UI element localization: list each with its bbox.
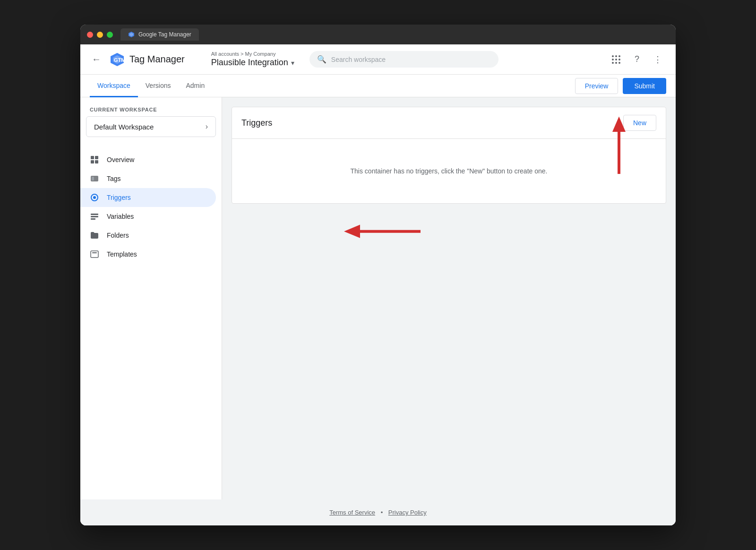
search-input[interactable]: Search workspace [331,56,386,63]
panel-header: Triggers New [232,107,666,139]
current-workspace-label: CURRENT WORKSPACE [80,107,222,112]
sidebar-item-triggers[interactable]: Triggers [80,188,216,207]
chevron-down-icon: ▾ [291,59,294,67]
panel-body: This container has no triggers, click th… [232,139,666,203]
app-content: ← GTM Tag Manager All accounts > My Comp… [80,44,676,525]
terms-link[interactable]: Terms of Service [329,509,375,516]
browser-tab: Google Tag Manager [120,28,199,41]
svg-rect-6 [95,156,98,159]
triggers-label: Triggers [107,194,131,201]
svg-rect-7 [91,160,94,163]
tab-actions: Preview Submit [575,78,666,94]
window-controls [87,32,113,38]
workspace-name: Default Workspace [94,123,154,131]
main-content: Triggers New This container has no trigg… [222,97,676,499]
svg-rect-8 [95,160,98,163]
workspace-chevron-icon: › [206,122,208,131]
tab-admin[interactable]: Admin [178,75,212,97]
tags-label: Tags [107,175,121,182]
search-box[interactable]: 🔍 Search workspace [309,51,498,68]
svg-rect-17 [92,252,97,253]
privacy-link[interactable]: Privacy Policy [388,509,427,516]
sidebar-item-folders[interactable]: Folders [80,226,216,245]
titlebar: Google Tag Manager [80,25,676,44]
app-window: Google Tag Manager ← GTM Tag Manager All… [80,25,676,525]
sidebar-item-variables[interactable]: Variables [80,207,216,226]
tags-icon [90,174,99,183]
container-info: All accounts > My Company Plausible Inte… [211,51,294,68]
body: CURRENT WORKSPACE Default Workspace › [80,97,676,499]
tab-workspace[interactable]: Workspace [90,75,138,97]
nav-tabs: Workspace Versions Admin Preview Submit [80,75,676,97]
svg-rect-13 [91,214,98,215]
workspace-selector[interactable]: Default Workspace › [86,116,216,137]
variables-icon [90,212,99,221]
svg-text:GTM: GTM [114,57,125,63]
more-options-button[interactable]: ⋮ [649,51,666,68]
new-button[interactable]: New [623,115,656,131]
folders-label: Folders [107,232,129,239]
triggers-panel: Triggers New This container has no trigg… [232,107,666,204]
panel-title: Triggers [241,118,272,128]
minimize-button[interactable] [97,32,103,38]
footer: Terms of Service • Privacy Policy [80,499,676,525]
help-button[interactable]: ? [628,51,645,68]
variables-label: Variables [107,213,134,220]
overview-label: Overview [107,156,134,163]
svg-rect-16 [91,251,98,258]
sidebar: CURRENT WORKSPACE Default Workspace › [80,97,222,499]
gtm-logo-icon: GTM [110,52,125,67]
breadcrumb: All accounts > My Company [211,51,294,57]
sidebar-item-overview[interactable]: Overview [80,150,216,169]
svg-rect-14 [91,216,98,217]
overview-icon [90,155,99,164]
gtm-favicon-icon [128,31,135,38]
app-header: ← GTM Tag Manager All accounts > My Comp… [80,44,676,75]
triggers-icon [90,193,99,202]
templates-icon [90,249,99,259]
container-selector[interactable]: Plausible Integration ▾ [211,58,294,68]
search-area[interactable]: 🔍 Search workspace [309,51,498,68]
nav-items: Overview Tags [80,146,222,267]
tab-versions[interactable]: Versions [138,75,179,97]
app-logo: GTM Tag Manager [110,52,200,67]
preview-button[interactable]: Preview [575,78,619,94]
svg-rect-5 [91,156,94,159]
tab-title: Google Tag Manager [138,31,191,38]
search-icon: 🔍 [317,55,326,64]
maximize-button[interactable] [107,32,113,38]
svg-rect-10 [92,177,94,180]
svg-rect-15 [91,218,95,220]
grid-icon [612,55,620,64]
folders-icon [90,231,99,240]
templates-label: Templates [107,250,137,258]
back-button[interactable]: ← [90,52,103,67]
svg-marker-21 [344,224,360,238]
container-name: Plausible Integration [211,58,288,68]
footer-separator: • [381,509,383,516]
grid-apps-button[interactable] [608,51,625,68]
submit-button[interactable]: Submit [623,78,666,94]
header-actions: ? ⋮ [608,51,666,68]
app-name: Tag Manager [129,54,185,65]
empty-message: This container has no triggers, click th… [351,167,548,175]
sidebar-item-templates[interactable]: Templates [80,245,216,264]
close-button[interactable] [87,32,93,38]
sidebar-item-tags[interactable]: Tags [80,169,216,188]
svg-point-12 [93,196,96,199]
